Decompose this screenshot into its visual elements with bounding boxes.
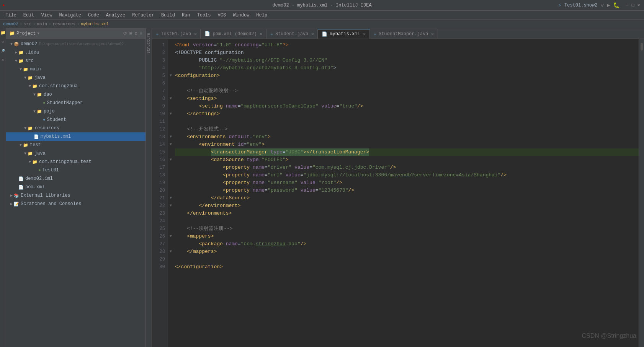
fold-10[interactable]: ▼ [168, 110, 173, 118]
sync-icon[interactable]: ⟳ [123, 31, 127, 36]
tree-item-pojo[interactable]: ▼ 📁 pojo [6, 107, 145, 116]
linenum-3: 3 [152, 57, 168, 64]
linenum-14: 14 [152, 141, 168, 148]
linenum-17: 17 [152, 164, 168, 171]
fold-8[interactable]: ▼ [168, 95, 173, 103]
tab-pom-close[interactable]: ✕ [260, 32, 262, 36]
breadcrumb-part3[interactable]: main [37, 22, 47, 26]
tree-item-scratches[interactable]: ▶ 📝 Scratches and Consoles [6, 200, 145, 208]
code-line-23: </environments> [175, 210, 639, 217]
fold-22[interactable]: ▼ [168, 202, 173, 210]
tab-student-close[interactable]: ✕ [311, 32, 314, 36]
fold-18 [168, 171, 173, 179]
menu-analyze[interactable]: Analyze [103, 12, 128, 19]
code-line-4: "http://mybatis.org/dtd/mybatis-3-config… [175, 64, 639, 72]
tree-item-ext-libs[interactable]: ▶ 📚 External Libraries [6, 191, 145, 200]
menu-code[interactable]: Code [85, 12, 102, 19]
tab-pom[interactable]: 📄 pom.xml (demo02) ✕ [201, 29, 266, 39]
menu-window[interactable]: Window [230, 12, 252, 19]
linenum-20: 20 [152, 187, 168, 194]
tree-item-main[interactable]: ▼ 📁 main [6, 65, 145, 73]
tree-item-idea[interactable]: ▶ 📁 .idea [6, 48, 145, 57]
structure-label[interactable]: Structure [146, 30, 151, 57]
fold-9 [168, 103, 173, 110]
tab-pom-icon: 📄 [204, 31, 210, 37]
hide-icon[interactable]: ✕ [140, 31, 142, 36]
titlebar-right: ⚡ Test01.show2 ▽ ▶ 🐛 ─ □ ✕ [558, 2, 640, 8]
sidebar-icon-2[interactable]: ⚙ [0, 39, 6, 44]
code-line-25: <!--映射器注册--> [175, 225, 639, 233]
fold-27 [168, 240, 173, 248]
fold-26[interactable]: ▼ [168, 233, 173, 240]
scratches-label: Scratches and Consoles [21, 201, 81, 207]
fold-1 [168, 41, 173, 49]
breadcrumb-part5[interactable]: mybatis.xml [81, 22, 109, 26]
linenum-10: 10 [152, 110, 168, 118]
tree-item-dao[interactable]: ▼ 📁 dao [6, 90, 145, 99]
tree-item-demo02[interactable]: ▼ 📦 demo02 E:\apesoucelisten\mavenprojec… [6, 40, 145, 48]
tree-item-pom-xml[interactable]: 📄 pom.xml [6, 183, 145, 191]
tree-item-student[interactable]: ● Student [6, 116, 145, 124]
fold-4 [168, 64, 173, 72]
linenum-12: 12 [152, 125, 168, 133]
tab-studentmapper[interactable]: ☕ StudentMapper.java ✕ [370, 29, 438, 39]
tree-item-test01[interactable]: ● Test01 [6, 166, 145, 174]
scrollbar-thumb[interactable] [641, 43, 643, 51]
tab-test01-close[interactable]: ✕ [194, 32, 196, 36]
tree-item-resources[interactable]: ▼ 📁 resources [6, 124, 145, 132]
code-line-2: <!DOCTYPE configuration [175, 49, 639, 57]
code-line-26: <mappers> [175, 233, 639, 240]
code-area[interactable]: <?xml version="1.0" encoding="UTF-8"?> <… [173, 39, 639, 347]
menu-run[interactable]: Run [179, 12, 193, 19]
tab-student[interactable]: ☕ Student.java ✕ [266, 29, 318, 39]
sidebar-icon-3[interactable]: 🔎 [0, 48, 6, 54]
linenum-25: 25 [152, 225, 168, 233]
menu-tools[interactable]: Tools [194, 12, 214, 19]
tree-item-demo02-iml[interactable]: 📄 demo02.iml [6, 174, 145, 183]
tree-item-test[interactable]: ▼ 📁 test [6, 141, 145, 149]
fold-5[interactable]: ▼ [168, 72, 173, 80]
code-line-28: </mappers> [175, 248, 639, 256]
editor-content: 1 2 3 4 5 6 7 8 9 10 11 12 13 14 15 16 1… [152, 39, 644, 347]
menu-file[interactable]: File [2, 12, 20, 19]
tree-item-com-stringzhua[interactable]: ▼ 📁 com.stringzhua [6, 82, 145, 90]
fold-16[interactable]: ▼ [168, 156, 173, 164]
breadcrumb-part4[interactable]: resources [53, 22, 75, 26]
linenum-15: 15 [152, 148, 168, 156]
sidebar-icon-1[interactable]: 📁 [0, 30, 6, 35]
fold-14[interactable]: ▼ [168, 141, 173, 148]
tree-item-src[interactable]: ▼ 📁 src [6, 57, 145, 65]
tree-item-java-test[interactable]: ▼ 📁 java [6, 149, 145, 158]
tree-item-studentmapper[interactable]: ● StudentMapper [6, 99, 145, 107]
menu-navigate[interactable]: Navigate [56, 12, 84, 19]
tab-test01[interactable]: ☕ Test01.java ✕ [152, 29, 201, 39]
tree-item-com-stringzhua-test[interactable]: ▼ 📁 com.stringzhua.test [6, 158, 145, 166]
menu-refactor[interactable]: Refactor [129, 12, 157, 19]
menu-vcs[interactable]: VCS [215, 12, 229, 19]
fold-28[interactable]: ▼ [168, 248, 173, 256]
tab-studentmapper-close[interactable]: ✕ [432, 32, 434, 36]
breadcrumb-part2[interactable]: src [24, 22, 31, 26]
linenum-24: 24 [152, 217, 168, 225]
breadcrumb-part1[interactable]: demo02 [3, 22, 18, 26]
tree-item-java[interactable]: ▼ 📁 java [6, 73, 145, 82]
code-line-22: </environment> [175, 202, 639, 210]
fold-13[interactable]: ▼ [168, 133, 173, 141]
menu-view[interactable]: View [38, 12, 56, 19]
menu-edit[interactable]: Edit [20, 12, 38, 19]
fold-21[interactable]: ▼ [168, 194, 173, 202]
tab-mybatis-close[interactable]: ✕ [363, 32, 366, 36]
tree-item-mybatis-xml[interactable]: 📄 mybatis.xml [6, 132, 145, 141]
fold-6 [168, 80, 173, 87]
settings-icon[interactable]: ⚙ [135, 31, 137, 36]
collapse-icon[interactable]: ⊟ [129, 31, 132, 36]
menu-build[interactable]: Build [158, 12, 178, 19]
tab-mybatis[interactable]: 📄 mybatis.xml ✕ [318, 29, 369, 39]
menu-help[interactable]: Help [253, 12, 270, 19]
code-line-5: <configuration> [175, 72, 639, 80]
project-header: 📁 Project ▼ ⟳ ⊟ ⚙ ✕ [6, 28, 145, 39]
project-dropdown-icon[interactable]: ▼ [37, 32, 39, 36]
tab-pom-label: pom.xml (demo02) [212, 31, 257, 37]
linenum-18: 18 [152, 171, 168, 179]
sidebar-icon-4[interactable]: ⚙ [0, 57, 6, 63]
